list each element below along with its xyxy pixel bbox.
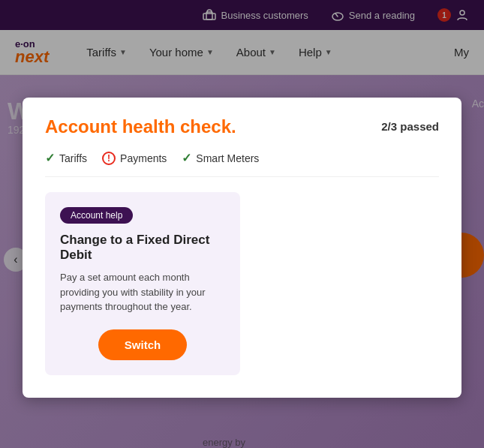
modal-title: Account health check.: [45, 116, 236, 137]
check-tariffs-label: Tariffs: [59, 152, 87, 164]
check-tariffs-icon: ✓: [45, 151, 55, 165]
modal-checks-row: ✓ Tariffs ! Payments ✓ Smart Meters: [45, 151, 439, 177]
check-payments-icon: !: [102, 152, 116, 165]
check-payments-label: Payments: [120, 152, 167, 164]
card-description: Pay a set amount each month providing yo…: [60, 270, 225, 314]
card-badge: Account help: [60, 207, 133, 224]
check-payments: ! Payments: [102, 152, 167, 165]
recommendation-card: Account help Change to a Fixed Direct De…: [45, 192, 240, 375]
modal-header: Account health check. 2/3 passed: [45, 116, 439, 137]
account-health-modal: Account health check. 2/3 passed ✓ Tarif…: [23, 98, 461, 398]
check-smart-meters: ✓ Smart Meters: [182, 151, 259, 165]
modal-passed-count: 2/3 passed: [381, 120, 439, 133]
switch-button[interactable]: Switch: [98, 329, 187, 360]
check-tariffs: ✓ Tariffs: [45, 151, 87, 165]
check-smart-meters-icon: ✓: [182, 151, 191, 165]
card-title: Change to a Fixed Direct Debit: [60, 233, 225, 263]
check-smart-meters-label: Smart Meters: [196, 152, 259, 164]
